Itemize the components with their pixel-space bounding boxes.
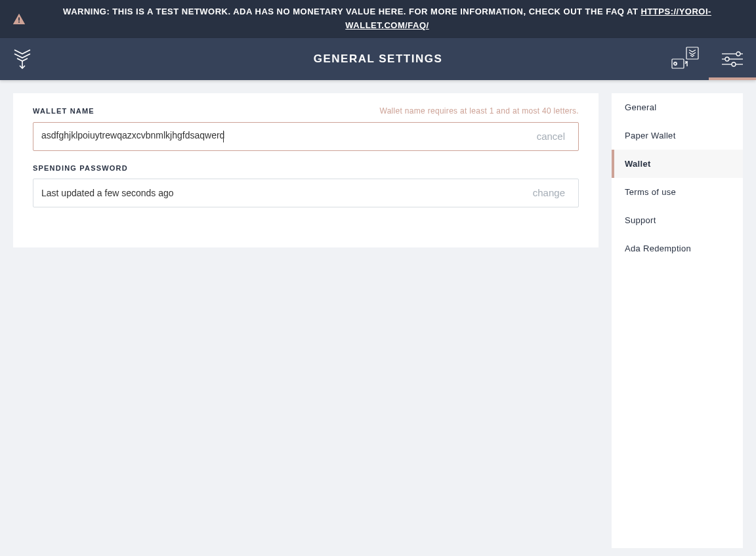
- cancel-button[interactable]: cancel: [537, 131, 565, 142]
- spending-password-group: SPENDING PASSWORD Last updated a few sec…: [33, 164, 579, 207]
- change-button[interactable]: change: [533, 187, 565, 198]
- content-area: WALLET NAME Wallet name requires at leas…: [0, 80, 756, 556]
- warning-icon: [13, 14, 25, 24]
- wallet-name-label: WALLET NAME: [33, 107, 94, 115]
- wallet-name-group: WALLET NAME Wallet name requires at leas…: [33, 106, 579, 151]
- wallet-name-input[interactable]: asdfghjklpoiuytrewqazxcvbnmlkjhgfdsaqwer…: [41, 130, 529, 142]
- svg-rect-1: [18, 21, 20, 22]
- svg-rect-0: [18, 17, 20, 20]
- header-actions: [662, 38, 756, 80]
- wallet-name-field[interactable]: asdfghjklpoiuytrewqazxcvbnmlkjhgfdsaqwer…: [33, 122, 579, 151]
- svg-point-11: [732, 62, 736, 66]
- sidebar-item-paper-wallet[interactable]: Paper Wallet: [612, 121, 743, 150]
- text-caret: [223, 131, 224, 142]
- wallet-name-header: WALLET NAME Wallet name requires at leas…: [33, 106, 579, 116]
- spending-password-field[interactable]: Last updated a few seconds ago change: [33, 179, 579, 207]
- main-panel: WALLET NAME Wallet name requires at leas…: [13, 93, 598, 247]
- wallet-name-value: asdfghjklpoiuytrewqazxcvbnmlkjhgfdsaqwer…: [41, 130, 224, 140]
- sidebar-item-support[interactable]: Support: [612, 206, 743, 234]
- logo-icon[interactable]: [0, 38, 45, 80]
- settings-sidebar: General Paper Wallet Wallet Terms of use…: [612, 93, 743, 548]
- svg-point-5: [675, 63, 675, 64]
- wallet-name-error: Wallet name requires at least 1 and at m…: [379, 106, 579, 116]
- sidebar-item-ada-redemption[interactable]: Ada Redemption: [612, 234, 743, 263]
- settings-button[interactable]: [709, 38, 756, 80]
- spending-password-header: SPENDING PASSWORD: [33, 164, 579, 172]
- app-header: GENERAL SETTINGS: [0, 38, 756, 80]
- sidebar-item-wallet[interactable]: Wallet: [612, 150, 743, 178]
- svg-point-7: [736, 52, 740, 56]
- spending-password-value: Last updated a few seconds ago: [41, 188, 525, 198]
- warning-text-prefix: WARNING: THIS IS A TEST NETWORK. ADA HAS…: [63, 7, 640, 16]
- sidebar-item-general[interactable]: General: [612, 93, 743, 121]
- warning-text: WARNING: THIS IS A TEST NETWORK. ADA HAS…: [32, 5, 743, 33]
- sidebar-item-terms[interactable]: Terms of use: [612, 178, 743, 206]
- svg-rect-2: [686, 47, 698, 59]
- wallet-transfer-button[interactable]: [662, 38, 709, 80]
- warning-banner: WARNING: THIS IS A TEST NETWORK. ADA HAS…: [0, 0, 756, 38]
- spending-password-label: SPENDING PASSWORD: [33, 164, 128, 172]
- page-title: GENERAL SETTINGS: [314, 53, 443, 66]
- svg-point-9: [725, 57, 729, 61]
